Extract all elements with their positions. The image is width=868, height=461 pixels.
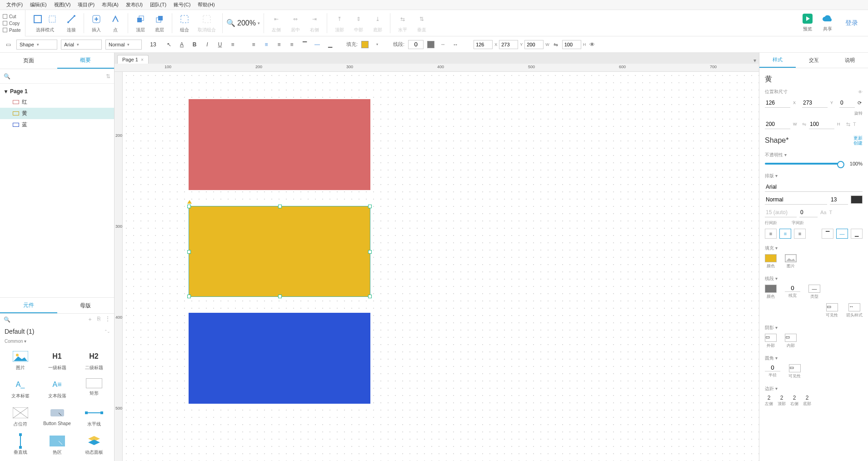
stroke-visibility[interactable]: ▭ <box>826 303 838 311</box>
add-lib-icon[interactable]: ＋ <box>87 316 93 323</box>
widget-rectangle[interactable]: 矩形 <box>75 376 112 402</box>
cut-button[interactable]: Cut <box>0 13 25 20</box>
point-button[interactable]: 点 <box>107 10 124 36</box>
arrow-style-button[interactable]: ↔ <box>451 40 460 49</box>
outline-item-yellow[interactable]: 黄 <box>0 108 114 119</box>
prop-rot[interactable] <box>839 98 855 108</box>
menu-publish[interactable]: 发布(U) <box>122 1 146 8</box>
widget-h2[interactable]: H2二级标题 <box>75 347 112 374</box>
widget-placeholder[interactable]: 占位符 <box>2 404 39 430</box>
resize-handle-ne[interactable] <box>368 205 372 208</box>
text-valign-middle[interactable]: — <box>836 229 848 239</box>
group-button[interactable]: 组合 <box>176 10 193 36</box>
login-link[interactable]: 登录 <box>839 19 864 27</box>
lock-aspect-icon[interactable]: ⇋ <box>802 121 806 127</box>
menu-project[interactable]: 项目(P) <box>74 1 98 8</box>
shape-style-dropdown[interactable]: Shape <box>16 40 57 50</box>
prop-y[interactable] <box>802 98 828 108</box>
opacity-slider[interactable] <box>765 163 842 165</box>
prop-letterspacing[interactable] <box>799 207 818 217</box>
widget-hline[interactable]: 水平线 <box>75 404 112 430</box>
resize-handle-nw[interactable] <box>187 205 191 208</box>
prop-font[interactable] <box>765 182 863 192</box>
h-input[interactable] <box>562 40 581 49</box>
font-size-input[interactable]: 13 <box>145 41 161 48</box>
visibility-icon[interactable]: 👁 <box>858 90 863 95</box>
bring-front-button[interactable]: 顶层 <box>132 10 149 36</box>
text-align-left[interactable]: ≡ <box>765 229 777 239</box>
fill-color-swatch[interactable] <box>361 41 369 48</box>
send-back-button[interactable]: 底层 <box>151 10 168 36</box>
text-valign-top[interactable]: ▔ <box>822 229 833 239</box>
prop-w[interactable] <box>765 119 790 129</box>
resize-handle-w[interactable] <box>187 250 191 254</box>
valign-middle[interactable]: — <box>313 40 322 49</box>
share-button[interactable]: 共享 <box>818 14 837 32</box>
outer-shadow[interactable]: ▭ <box>765 334 777 342</box>
tab-style[interactable]: 样式 <box>759 53 796 68</box>
canvas[interactable] <box>123 72 759 461</box>
align-justify-text[interactable]: ≡ <box>287 40 296 49</box>
menu-layout[interactable]: 布局(A) <box>98 1 122 8</box>
tab-masters[interactable]: 母版 <box>57 298 115 313</box>
lib-folder-icon[interactable]: ⎘ <box>97 316 100 323</box>
fill-color-swatch[interactable] <box>765 254 777 262</box>
stroke-type-button[interactable]: — <box>808 285 820 293</box>
text-color-swatch[interactable] <box>851 195 863 204</box>
valign-bottom[interactable]: ▁ <box>325 40 334 49</box>
font-weight-dropdown[interactable]: Normal <box>105 40 142 50</box>
bullet-list-button[interactable]: ≡ <box>228 40 237 49</box>
rotate-handle[interactable] <box>187 200 192 204</box>
inner-shadow[interactable]: ▭ <box>785 334 797 342</box>
flip-v-icon[interactable]: T <box>853 121 856 127</box>
library-title[interactable]: Default (1) <box>0 325 114 338</box>
fill-image-button[interactable] <box>785 254 797 262</box>
connect-button[interactable]: 连接 <box>63 10 80 36</box>
menu-account[interactable]: 账号(C) <box>170 1 194 8</box>
valign-top[interactable]: ▔ <box>300 40 309 49</box>
flip-h-icon[interactable]: ⇆ <box>846 121 850 127</box>
shape-yellow[interactable] <box>189 206 370 297</box>
tab-interactions[interactable]: 交互 <box>796 53 832 68</box>
widget-paragraph[interactable]: A≡文本段落 <box>39 376 75 402</box>
text-options-icon[interactable]: T <box>829 210 832 215</box>
tab-pages[interactable]: 页面 <box>0 53 57 69</box>
copy-button[interactable]: Copy <box>0 20 25 27</box>
widget-button[interactable]: Button Shape <box>39 404 75 430</box>
resize-handle-s[interactable] <box>278 295 282 298</box>
search-icon[interactable]: 🔍 <box>4 73 10 80</box>
widget-hotspot[interactable]: 热区 <box>39 432 75 458</box>
stroke-width-input[interactable] <box>785 285 800 292</box>
resize-handle-n[interactable] <box>278 205 282 208</box>
w-input[interactable] <box>524 40 544 49</box>
paste-button[interactable]: Paste <box>0 27 25 34</box>
text-align-right[interactable]: ≡ <box>794 229 806 239</box>
widget-text-label[interactable]: A_文本标签 <box>2 376 39 402</box>
text-valign-bottom[interactable]: ▁ <box>851 229 863 239</box>
zoom-control[interactable]: 🔍 200% ▾ <box>226 19 260 27</box>
menu-file[interactable]: 文件(F) <box>3 1 26 8</box>
stroke-style-button[interactable]: ┈ <box>438 40 447 49</box>
page-tab-menu[interactable]: ▾ <box>751 57 759 64</box>
page-tab[interactable]: Page 1 × <box>117 55 149 64</box>
select-mode-group[interactable]: 选择模式 <box>29 10 61 36</box>
pad-right[interactable]: 2 <box>793 395 796 401</box>
shape-update-create[interactable]: 更新 创建 <box>853 135 863 145</box>
outline-page[interactable]: ▾ Page 1 <box>0 86 114 96</box>
resize-handle-e[interactable] <box>368 250 372 254</box>
text-color-button[interactable]: A <box>177 40 186 49</box>
menu-edit[interactable]: 编辑(E) <box>26 1 50 8</box>
corner-visibility[interactable]: ▭ <box>789 364 801 372</box>
x-input[interactable] <box>474 40 493 49</box>
widget-vline[interactable]: 垂直线 <box>2 432 39 458</box>
prop-lineheight[interactable] <box>765 207 797 217</box>
menu-team[interactable]: 团队(T) <box>146 1 170 8</box>
outline-item-red[interactable]: 红 <box>0 96 114 108</box>
shape-red[interactable] <box>189 99 370 190</box>
align-left-text[interactable]: ≡ <box>249 40 258 49</box>
shape-blue[interactable] <box>189 313 370 404</box>
menu-view[interactable]: 视图(V) <box>50 1 75 8</box>
widget-image[interactable]: 图片 <box>2 347 39 374</box>
close-icon[interactable]: × <box>141 57 144 62</box>
y-input[interactable] <box>499 40 518 49</box>
